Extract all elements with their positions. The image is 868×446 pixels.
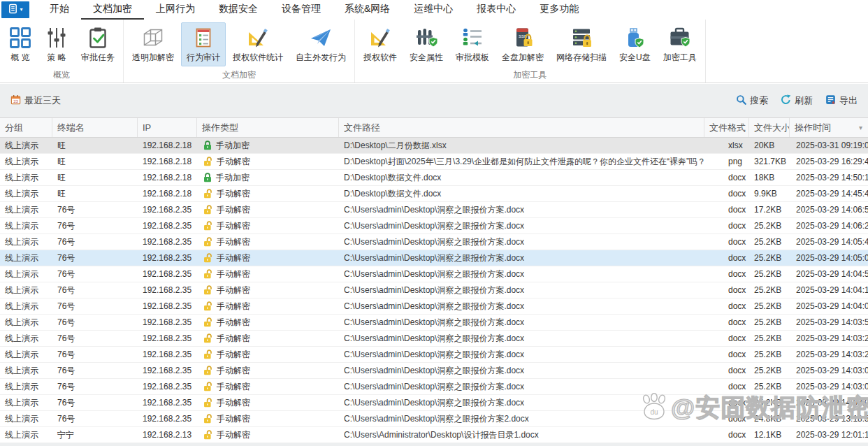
ribbon-button-encryption-tools[interactable]: 加密工具	[658, 22, 702, 66]
column-header-file-format[interactable]: 文件格式	[704, 118, 749, 137]
table-row[interactable]: 线上演示76号192.168.2.35手动解密C:\Users\admin\De…	[0, 250, 868, 266]
table-row[interactable]: 线上演示76号192.168.2.35手动解密C:\Users\admin\De…	[0, 331, 868, 347]
table-row[interactable]: 线上演示76号192.168.2.35手动解密C:\Users\admin\De…	[0, 234, 868, 250]
cell-op-type: 手动解密	[197, 282, 339, 298]
ribbon-group-doc-encryption: 透明加解密行为审计授权软件统计自主外发行为文档加密	[124, 20, 355, 82]
cell-file-format: docx	[704, 315, 749, 330]
column-header-file-size[interactable]: 文件大小	[749, 118, 790, 137]
cell-file-path: C:\Users\admin\Desktop\洞察之眼报价方案2.docx	[339, 411, 704, 426]
column-header-group[interactable]: 分组	[0, 118, 52, 137]
search-icon	[736, 94, 746, 107]
menu-tab-doc-encryption[interactable]: 文档加密	[81, 0, 144, 20]
lock-open-icon	[203, 350, 212, 359]
cell-ip: 192.168.2.35	[138, 202, 197, 217]
table-row[interactable]: 线上演示旺192.168.2.18手动加密D:\Desktop\数据文件.doc…	[0, 170, 868, 186]
cell-group: 线上演示	[0, 250, 52, 266]
ribbon-button-network-storage-scan[interactable]: 网络存储扫描	[551, 22, 612, 66]
refresh-button[interactable]: 刷新	[781, 94, 813, 107]
lock-open-icon	[203, 253, 212, 263]
cell-op-type: 手动加密	[197, 138, 339, 153]
table-row[interactable]: 线上演示旺192.168.2.18手动解密D:\Desktop\封面\2025年…	[0, 154, 868, 170]
lock-open-icon	[203, 414, 212, 424]
cell-group: 线上演示	[0, 282, 52, 298]
column-header-op-time[interactable]: 操作时间▾	[790, 118, 868, 137]
column-header-ip[interactable]: IP	[138, 118, 197, 137]
table-row[interactable]: 线上演示76号192.168.2.35手动解密C:\Users\admin\De…	[0, 379, 868, 395]
cell-file-size: 12.1KB	[749, 427, 790, 443]
table-row[interactable]: 线上演示旺192.168.2.18手动解密D:\Desktop\数据文件.doc…	[0, 186, 868, 202]
content-area: 23 最近三天 搜索 刷新	[0, 84, 868, 446]
ribbon-button-authorized-software[interactable]: 授权软件	[358, 22, 403, 66]
menu-tab-system-network[interactable]: 系统&网络	[333, 0, 402, 20]
cell-file-path: C:\Users\admin\Desktop\洞察之眼报价方案.docx	[339, 250, 704, 266]
menu-tab-home[interactable]: 开始	[38, 0, 81, 20]
table-row[interactable]: 线上演示76号192.168.2.35手动解密C:\Users\admin\De…	[0, 347, 868, 363]
cell-op-type: 手动解密	[197, 315, 339, 330]
table-row[interactable]: 线上演示76号192.168.2.35手动解密C:\Users\admin\De…	[0, 218, 868, 234]
table-row[interactable]: 线上演示宁宁192.168.2.13手动解密C:\Users\Administr…	[0, 427, 868, 443]
cell-ip: 192.168.2.35	[138, 395, 197, 410]
ribbon-button-security-attributes[interactable]: 安全属性	[404, 22, 449, 66]
menu-tab-report-center[interactable]: 报表中心	[465, 0, 528, 20]
cell-file-format: xlsx	[704, 138, 749, 153]
cell-op-type: 手动解密	[197, 411, 339, 426]
cell-file-format: docx	[704, 427, 749, 443]
menu-tab-web-behavior[interactable]: 上网行为	[144, 0, 207, 20]
ribbon-button-transparent-encryption[interactable]: 透明加解密	[126, 22, 180, 66]
cell-group: 线上演示	[0, 315, 52, 330]
table-row[interactable]: 线上演示76号192.168.2.35手动解密C:\Users\admin\De…	[0, 298, 868, 315]
ribbon-button-overview[interactable]: 概 览	[3, 22, 38, 66]
table-row[interactable]: 线上演示76号192.168.2.35手动解密C:\Users\admin\De…	[0, 202, 868, 218]
filter-bar: 23 最近三天 搜索 刷新	[0, 84, 868, 117]
ribbon-button-label: 透明加解密	[132, 52, 174, 64]
table-row[interactable]: 线上演示76号192.168.2.35手动解密C:\Users\admin\De…	[0, 363, 868, 379]
table-row[interactable]: 线上演示76号192.168.2.35手动解密C:\Users\admin\De…	[0, 315, 868, 331]
lock-open-icon	[203, 269, 212, 279]
cell-op-time: 2025-03-29 14:05:46	[790, 234, 868, 250]
column-header-terminal[interactable]: 终端名	[52, 118, 138, 137]
cell-op-time: 2025-03-29 14:06:26	[790, 218, 868, 233]
cell-file-format: docx	[704, 347, 749, 362]
export-button[interactable]: 导出	[825, 94, 858, 107]
column-header-file-path[interactable]: 文件路径	[339, 118, 704, 137]
ribbon-button-approval-tasks[interactable]: 审批任务	[75, 22, 120, 66]
cell-terminal: 76号	[52, 298, 138, 314]
ribbon-button-self-outgoing-behavior[interactable]: 自主外发行为	[290, 22, 352, 66]
cell-group: 线上演示	[0, 427, 52, 443]
cell-op-type: 手动解密	[197, 234, 339, 250]
cell-ip: 192.168.2.35	[138, 282, 197, 298]
lock-closed-icon	[203, 141, 212, 150]
lock-open-icon	[203, 430, 212, 440]
app-logo-button[interactable]: ▾	[1, 1, 29, 18]
lock-open-icon	[203, 301, 212, 311]
cell-group: 线上演示	[0, 411, 52, 426]
table-row[interactable]: 线上演示旺192.168.2.18手动加密D:\Desktop\二月份数据.xl…	[0, 138, 868, 154]
cell-file-size: 9.9KB	[749, 186, 790, 201]
cell-file-size: 25.2KB	[749, 379, 790, 394]
cell-op-time: 2025-03-29 14:03:00	[790, 395, 868, 410]
ribbon-button-approval-template[interactable]: 审批模板	[450, 22, 495, 66]
menu-tab-more-features[interactable]: 更多功能	[528, 0, 591, 20]
menu-tab-data-security[interactable]: 数据安全	[207, 0, 270, 20]
cell-ip: 192.168.2.35	[138, 298, 197, 314]
table-row[interactable]: 线上演示76号192.168.2.35手动解密C:\Users\admin\De…	[0, 282, 868, 298]
table-row[interactable]: 线上演示76号192.168.2.35手动解密C:\Users\admin\De…	[0, 411, 868, 427]
ribbon-button-full-disk-encryption[interactable]: SSD全盘加解密	[496, 22, 549, 66]
table-row[interactable]: 线上演示76号192.168.2.35手动解密C:\Users\admin\De…	[0, 266, 868, 282]
menu-tab-device-management[interactable]: 设备管理	[270, 0, 333, 20]
date-filter-label: 最近三天	[24, 94, 61, 107]
cell-op-time: 2025-03-29 13:18:56	[790, 411, 868, 426]
date-filter-button[interactable]: 23 最近三天	[10, 94, 61, 107]
column-header-op-type[interactable]: 操作类型	[197, 118, 339, 137]
ribbon-button-authorized-software-stats[interactable]: 授权软件统计	[227, 22, 289, 66]
cell-file-path: C:\Users\admin\Desktop\洞察之眼报价方案.docx	[339, 315, 704, 330]
ribbon-button-policy[interactable]: 策 略	[39, 22, 74, 66]
cell-file-path: C:\Users\admin\Desktop\洞察之眼报价方案.docx	[339, 298, 704, 314]
table-row[interactable]: 线上演示76号192.168.2.35手动解密C:\Users\admin\De…	[0, 395, 868, 411]
cell-ip: 192.168.2.18	[138, 154, 197, 169]
ribbon-button-secure-usb[interactable]: 安全U盘	[614, 22, 656, 66]
menu-tab-ops-center[interactable]: 运维中心	[402, 0, 465, 20]
column-filter-caret-icon[interactable]: ▾	[859, 118, 862, 137]
search-button[interactable]: 搜索	[736, 94, 768, 107]
ribbon-button-behavior-audit[interactable]: 行为审计	[181, 22, 226, 66]
